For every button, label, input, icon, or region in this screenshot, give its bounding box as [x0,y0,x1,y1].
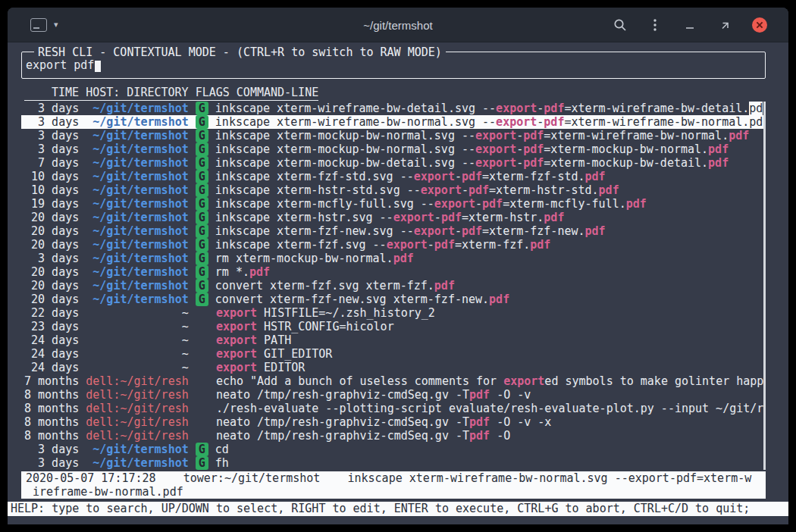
resh-search-box[interactable]: RESH CLI - CONTEXTUAL MODE - (CTRL+R to … [21,52,766,79]
history-row[interactable]: 22 days ~ export HISTFILE=~/.zsh_history… [21,306,766,320]
history-list: 3 days ~/git/termshot G inkscape xterm-w… [21,102,766,470]
search-query-text: export pdf [26,58,94,72]
history-row[interactable]: 10 days ~/git/termshot G inkscape xterm-… [21,183,766,197]
git-flag-badge: G [196,265,208,279]
history-row[interactable]: 3 days ~/git/termshot G inkscape xterm-m… [21,142,766,156]
git-flag-badge: G [196,279,208,293]
history-row[interactable]: 8 months dell:~/git/resh neato /tmp/resh… [21,388,766,402]
list-header: TIME HOST: DIRECTORY FLAGS COMMAND-LINE [21,86,766,99]
git-flag-badge: G [196,238,208,252]
detail-line-2: ireframe-bw-normal.pdf [26,485,766,499]
history-row[interactable]: 3 days ~/git/termshot G rm xterm-mockup-… [21,252,766,265]
search-button[interactable] [611,16,629,34]
chevron-down-icon[interactable]: ▾ [54,20,58,30]
history-row[interactable]: 8 months dell:~/git/resh ./resh-evaluate… [21,402,766,415]
text-cursor [95,61,101,72]
titlebar: ▾ ~/git/termshot [8,8,788,42]
terminal-window: ▾ ~/git/termshot RESH CLI - CONTEXTUAL M… [8,8,788,524]
history-row[interactable]: 19 days ~/git/termshot G inkscape xterm-… [21,197,766,211]
history-row[interactable]: 8 months dell:~/git/resh neato /tmp/resh… [21,415,766,429]
history-row[interactable]: 24 days ~ export EDITOR [21,361,766,374]
scrollbar[interactable] [763,102,766,470]
history-row[interactable]: 20 days ~/git/termshot G inkscape xterm-… [21,211,766,224]
history-row[interactable]: 7 months dell:~/git/resh echo "Add a bun… [21,374,766,388]
history-row[interactable]: 23 days ~ export HSTR_CONFIG=hicolor [21,320,766,333]
git-flag-badge: G [196,197,208,211]
history-row[interactable]: 7 days ~/git/termshot G inkscape xterm-m… [21,156,766,170]
history-row[interactable]: 3 days ~/git/termshot G inkscape xterm-m… [21,129,766,142]
list-header-text: TIME HOST: DIRECTORY FLAGS COMMAND-LINE [24,86,318,101]
close-icon [751,17,768,33]
git-flag-badge: G [196,293,208,306]
tab-switcher-button[interactable]: ▾ [8,18,58,32]
history-row[interactable]: 3 days ~/git/termshot G fh [21,456,766,470]
history-row[interactable]: 3 days ~/git/termshot G cd [21,443,766,456]
git-flag-badge: G [196,224,208,238]
git-flag-badge: G [196,211,208,224]
help-bar: HELP: type to search, UP/DOWN to select,… [8,502,788,516]
restore-button[interactable] [716,16,734,34]
history-row[interactable]: 20 days ~/git/termshot G convert xterm-f… [21,279,766,293]
history-row[interactable]: 20 days ~/git/termshot G rm *.pdf [21,265,766,279]
detail-panel: 2020-05-07 17:17:28 tower:~/git/termshot… [21,471,766,499]
git-flag-badge: G [196,102,208,115]
git-flag-badge: G [196,115,208,129]
git-flag-badge: G [196,142,208,156]
menu-button[interactable] [646,16,664,34]
detail-line-1: 2020-05-07 17:17:28 tower:~/git/termshot… [26,471,766,485]
history-row[interactable]: 10 days ~/git/termshot G inkscape xterm-… [21,170,766,183]
git-flag-badge: G [196,456,208,470]
history-row[interactable]: 8 months dell:~/git/resh neato /tmp/resh… [21,429,766,443]
git-flag-badge: G [196,156,208,170]
history-row-selected[interactable]: 3 days ~/git/termshot G inkscape xterm-w… [21,115,766,129]
history-row[interactable]: 3 days ~/git/termshot G inkscape xterm-w… [21,102,766,115]
terminal-tab-icon [30,18,47,32]
restore-icon [719,20,730,30]
resh-mode-label: RESH CLI - CONTEXTUAL MODE - (CTRL+R to … [34,45,446,59]
terminal-screen: RESH CLI - CONTEXTUAL MODE - (CTRL+R to … [8,42,788,524]
git-flag-badge: G [196,252,208,265]
history-row[interactable]: 20 days ~/git/termshot G inkscape xterm-… [21,224,766,238]
git-flag-badge: G [196,443,208,456]
history-row[interactable]: 20 days ~/git/termshot G inkscape xterm-… [21,238,766,252]
search-icon [613,18,627,32]
history-row[interactable]: 24 days ~ export GIT_EDITOR [21,347,766,361]
minimize-button[interactable] [681,16,699,34]
minimize-icon [685,20,695,30]
window-controls [611,16,788,34]
git-flag-badge: G [196,183,208,197]
kebab-menu-icon [653,18,657,32]
window-title: ~/git/termshot [363,18,432,31]
search-input[interactable]: export pdf [26,58,765,72]
git-flag-badge: G [196,129,208,142]
git-flag-badge: G [196,170,208,183]
close-button[interactable] [751,16,769,34]
history-row[interactable]: 20 days ~/git/termshot G convert xterm-f… [21,293,766,306]
history-row[interactable]: 24 days ~ export PATH [21,333,766,347]
